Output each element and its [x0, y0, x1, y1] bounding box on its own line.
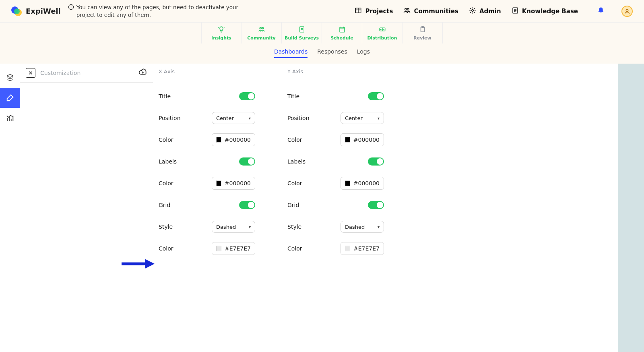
y-grid-row: Grid: [287, 194, 384, 216]
x-title-color-row: Color #000000: [159, 129, 255, 151]
x-grid-row: Grid: [159, 194, 255, 216]
notifications-icon[interactable]: [597, 7, 605, 16]
swatch-icon: [345, 246, 350, 251]
svg-point-6: [405, 8, 407, 10]
swatch-icon: [345, 180, 350, 186]
x-labels-color-label: Color: [159, 180, 173, 186]
y-labels-color-input[interactable]: #000000: [341, 177, 384, 190]
x-axis-panel: X Axis Title Position Center▾ Color #000…: [159, 64, 255, 259]
y-position-label: Position: [287, 115, 310, 121]
subtabs: Dashboards Responses Logs: [262, 43, 382, 64]
sidebar-analytics[interactable]: [0, 108, 20, 128]
x-title-color-input[interactable]: #000000: [212, 133, 255, 146]
x-position-select[interactable]: Center▾: [212, 112, 255, 124]
x-labels-color-input[interactable]: #000000: [212, 177, 255, 190]
tab-build-surveys[interactable]: Build Surveys: [282, 23, 322, 43]
x-labels-color-row: Color #000000: [159, 172, 255, 194]
tab-distribution[interactable]: Distribution: [362, 23, 402, 43]
x-labels-row: Labels: [159, 151, 255, 172]
logo[interactable]: ExpiWell: [11, 6, 61, 17]
customization-title: Customization: [40, 70, 134, 76]
customization-header: Customization: [20, 64, 153, 83]
svg-point-13: [626, 9, 628, 11]
y-grid-color-value: #E7E7E7: [353, 245, 380, 252]
y-axis-header: Y Axis: [287, 64, 384, 78]
x-title-color-label: Color: [159, 137, 173, 143]
subtab-responses-label: Responses: [317, 48, 347, 55]
x-style-select[interactable]: Dashed▾: [212, 221, 255, 233]
top-nav: Projects Communities Admin Knowledge Bas…: [355, 6, 633, 17]
logo-mark-icon: [11, 6, 23, 17]
info-banner: You can view any of the pages, but need …: [68, 4, 249, 18]
content: Customization X Axis Title Position: [20, 64, 618, 352]
subtab-logs[interactable]: Logs: [357, 46, 370, 58]
x-grid-color-input[interactable]: #E7E7E7: [212, 242, 255, 255]
y-style-row: Style Dashed▾: [287, 216, 384, 238]
x-position-label: Position: [159, 115, 181, 121]
tab-schedule[interactable]: Schedule: [322, 23, 362, 43]
tab-insights[interactable]: Insights: [201, 23, 242, 43]
y-labels-toggle[interactable]: [368, 157, 384, 166]
brand-name: ExpiWell: [26, 7, 61, 15]
sidebar-customize[interactable]: [0, 88, 20, 108]
y-title-color-input[interactable]: #000000: [341, 133, 384, 146]
svg-point-19: [261, 27, 262, 29]
x-labels-label: Labels: [159, 158, 177, 165]
x-labels-toggle[interactable]: [239, 157, 255, 166]
y-axis-panel: Y Axis Title Position Center▾ Color #000…: [287, 64, 384, 259]
y-grid-color-row: Color #E7E7E7: [287, 238, 384, 259]
sidebar-blocks[interactable]: [0, 68, 20, 88]
nav-kb-label: Knowledge Base: [522, 8, 578, 15]
subtab-logs-label: Logs: [357, 48, 370, 55]
svg-rect-23: [340, 27, 345, 32]
x-style-value: Dashed: [216, 224, 236, 230]
community-icon: [258, 26, 265, 35]
x-labels-color-value: #000000: [225, 180, 251, 186]
y-style-select[interactable]: Dashed▾: [341, 221, 384, 233]
close-customization-button[interactable]: [26, 68, 35, 78]
y-labels-row: Labels: [287, 151, 384, 172]
tab-community[interactable]: Community: [242, 23, 282, 43]
x-style-label: Style: [159, 224, 173, 230]
subtab-dashboards[interactable]: Dashboards: [274, 46, 308, 58]
x-position-value: Center: [216, 115, 234, 121]
svg-point-2: [71, 6, 71, 6]
subtab-dashboards-label: Dashboards: [274, 48, 308, 55]
x-grid-color-label: Color: [159, 245, 173, 252]
y-title-toggle[interactable]: [368, 92, 384, 100]
y-title-color-label: Color: [287, 137, 302, 143]
x-grid-toggle[interactable]: [239, 201, 255, 209]
nav-knowledge-base[interactable]: Knowledge Base: [512, 7, 578, 16]
x-grid-color-value: #E7E7E7: [225, 245, 251, 252]
subtab-responses[interactable]: Responses: [317, 46, 347, 58]
projects-icon: [355, 7, 362, 16]
y-title-color-row: Color #000000: [287, 129, 384, 151]
nav-communities[interactable]: Communities: [403, 7, 458, 16]
tab-review-label: Review: [413, 35, 431, 41]
nav-admin[interactable]: Admin: [469, 7, 501, 16]
left-sidebar: [0, 64, 20, 352]
x-title-color-value: #000000: [225, 137, 251, 143]
tab-review[interactable]: Review: [402, 23, 443, 43]
y-labels-label: Labels: [287, 158, 305, 165]
nav-projects[interactable]: Projects: [355, 7, 393, 16]
caret-down-icon: ▾: [378, 116, 380, 120]
y-grid-toggle[interactable]: [368, 201, 384, 209]
top-bar: ExpiWell You can view any of the pages, …: [0, 0, 644, 23]
insights-icon: [218, 26, 225, 35]
nav-communities-label: Communities: [414, 8, 458, 15]
customization-panel: Customization: [20, 64, 153, 275]
caret-down-icon: ▾: [249, 225, 251, 229]
caret-down-icon: ▾: [249, 116, 251, 120]
review-icon: [419, 26, 426, 35]
cloud-upload-icon[interactable]: [138, 68, 147, 78]
axis-panels: X Axis Title Position Center▾ Color #000…: [153, 64, 384, 275]
y-position-select[interactable]: Center▾: [341, 112, 384, 124]
info-text: You can view any of the pages, but need …: [76, 4, 249, 18]
info-icon: [68, 4, 74, 12]
x-title-row: Title: [159, 85, 255, 107]
distribution-icon: [379, 26, 386, 35]
y-grid-color-input[interactable]: #E7E7E7: [341, 242, 384, 255]
user-avatar[interactable]: [621, 6, 633, 17]
x-title-toggle[interactable]: [239, 92, 255, 100]
